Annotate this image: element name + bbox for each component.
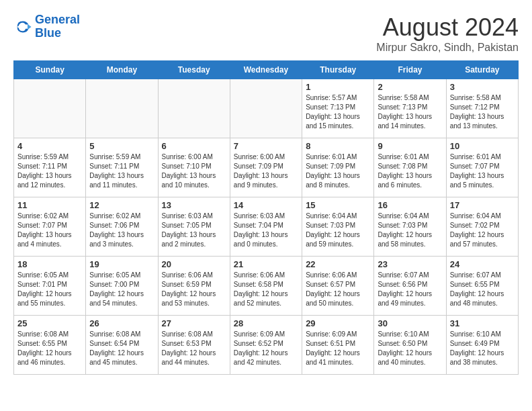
day-number: 24 [450,259,515,269]
day-number: 31 [450,318,515,328]
calendar-cell: 6Sunrise: 6:00 AM Sunset: 7:10 PM Daylig… [158,138,230,197]
calendar-cell: 24Sunrise: 6:07 AM Sunset: 6:55 PM Dayli… [446,257,518,316]
calendar-cell: 29Sunrise: 6:09 AM Sunset: 6:51 PM Dayli… [302,316,374,375]
day-info: Sunrise: 5:59 AM Sunset: 7:11 PM Dayligh… [89,152,154,190]
logo: General Blue [13,13,80,40]
day-info: Sunrise: 6:02 AM Sunset: 7:07 PM Dayligh… [17,212,82,249]
day-number: 4 [17,141,82,151]
day-number: 28 [234,318,298,328]
day-number: 30 [378,318,442,328]
day-number: 18 [17,259,82,269]
logo-icon [13,17,32,36]
svg-marker-0 [28,24,32,30]
calendar-cell [14,79,86,138]
day-number: 14 [234,200,298,210]
weekday-header-monday: Monday [86,61,158,79]
day-info: Sunrise: 6:06 AM Sunset: 6:58 PM Dayligh… [234,271,298,308]
day-info: Sunrise: 6:08 AM Sunset: 6:55 PM Dayligh… [17,330,82,367]
calendar-cell: 28Sunrise: 6:09 AM Sunset: 6:52 PM Dayli… [230,316,302,375]
day-number: 5 [89,141,154,151]
day-info: Sunrise: 5:58 AM Sunset: 7:12 PM Dayligh… [450,93,515,131]
calendar-cell: 18Sunrise: 6:05 AM Sunset: 7:01 PM Dayli… [14,257,86,316]
day-info: Sunrise: 6:10 AM Sunset: 6:49 PM Dayligh… [450,330,515,367]
calendar-cell: 12Sunrise: 6:02 AM Sunset: 7:06 PM Dayli… [86,197,158,257]
day-info: Sunrise: 6:03 AM Sunset: 7:04 PM Dayligh… [234,212,298,249]
calendar-subtitle: Mirpur Sakro, Sindh, Pakistan [376,42,519,54]
logo-line1: General [35,13,80,26]
calendar-cell: 8Sunrise: 6:01 AM Sunset: 7:09 PM Daylig… [302,138,374,197]
day-number: 29 [306,318,370,328]
day-info: Sunrise: 6:09 AM Sunset: 6:52 PM Dayligh… [234,330,298,367]
weekday-header-row: SundayMondayTuesdayWednesdayThursdayFrid… [14,61,519,79]
logo-text: General Blue [35,13,80,40]
day-info: Sunrise: 6:03 AM Sunset: 7:05 PM Dayligh… [162,212,226,249]
day-number: 15 [306,200,370,210]
weekday-header-saturday: Saturday [446,61,518,79]
calendar-cell: 19Sunrise: 6:05 AM Sunset: 7:00 PM Dayli… [86,257,158,316]
weekday-header-thursday: Thursday [302,61,374,79]
calendar-cell [86,79,158,138]
day-number: 6 [162,141,226,151]
calendar-cell: 5Sunrise: 5:59 AM Sunset: 7:11 PM Daylig… [86,138,158,197]
day-number: 20 [162,259,226,269]
weekday-header-friday: Friday [374,61,446,79]
day-info: Sunrise: 6:08 AM Sunset: 6:53 PM Dayligh… [162,330,226,367]
day-info: Sunrise: 6:09 AM Sunset: 6:51 PM Dayligh… [306,330,370,367]
day-number: 9 [378,141,442,151]
day-number: 17 [450,200,515,210]
day-info: Sunrise: 5:58 AM Sunset: 7:13 PM Dayligh… [378,93,442,131]
calendar-title: August 2024 [376,13,519,42]
calendar-cell: 22Sunrise: 6:06 AM Sunset: 6:57 PM Dayli… [302,257,374,316]
day-info: Sunrise: 5:59 AM Sunset: 7:11 PM Dayligh… [17,152,82,190]
day-info: Sunrise: 6:01 AM Sunset: 7:08 PM Dayligh… [378,152,442,190]
day-number: 19 [89,259,154,269]
day-info: Sunrise: 5:57 AM Sunset: 7:13 PM Dayligh… [306,93,370,131]
day-number: 3 [450,82,515,92]
day-info: Sunrise: 6:00 AM Sunset: 7:09 PM Dayligh… [234,152,298,190]
calendar-cell: 21Sunrise: 6:06 AM Sunset: 6:58 PM Dayli… [230,257,302,316]
day-info: Sunrise: 6:08 AM Sunset: 6:54 PM Dayligh… [89,330,154,367]
calendar-cell: 20Sunrise: 6:06 AM Sunset: 6:59 PM Dayli… [158,257,230,316]
day-number: 16 [378,200,442,210]
calendar-cell: 27Sunrise: 6:08 AM Sunset: 6:53 PM Dayli… [158,316,230,375]
title-block: August 2024 Mirpur Sakro, Sindh, Pakista… [376,13,519,54]
calendar-table: SundayMondayTuesdayWednesdayThursdayFrid… [13,60,519,375]
calendar-cell: 10Sunrise: 6:01 AM Sunset: 7:07 PM Dayli… [446,138,518,197]
calendar-cell: 15Sunrise: 6:04 AM Sunset: 7:03 PM Dayli… [302,197,374,257]
calendar-week-5: 25Sunrise: 6:08 AM Sunset: 6:55 PM Dayli… [14,316,519,375]
calendar-cell: 31Sunrise: 6:10 AM Sunset: 6:49 PM Dayli… [446,316,518,375]
day-number: 12 [89,200,154,210]
day-info: Sunrise: 6:05 AM Sunset: 7:01 PM Dayligh… [17,271,82,308]
day-info: Sunrise: 6:07 AM Sunset: 6:56 PM Dayligh… [378,271,442,308]
day-number: 13 [162,200,226,210]
weekday-header-tuesday: Tuesday [158,61,230,79]
logo-line2: Blue [35,26,61,40]
day-number: 21 [234,259,298,269]
day-info: Sunrise: 6:01 AM Sunset: 7:09 PM Dayligh… [306,152,370,190]
calendar-cell: 11Sunrise: 6:02 AM Sunset: 7:07 PM Dayli… [14,197,86,257]
day-info: Sunrise: 6:02 AM Sunset: 7:06 PM Dayligh… [89,212,154,249]
calendar-cell: 1Sunrise: 5:57 AM Sunset: 7:13 PM Daylig… [302,79,374,138]
day-info: Sunrise: 6:05 AM Sunset: 7:00 PM Dayligh… [89,271,154,308]
calendar-week-1: 1Sunrise: 5:57 AM Sunset: 7:13 PM Daylig… [14,79,519,138]
calendar-cell: 16Sunrise: 6:04 AM Sunset: 7:03 PM Dayli… [374,197,446,257]
day-number: 25 [17,318,82,328]
calendar-cell: 25Sunrise: 6:08 AM Sunset: 6:55 PM Dayli… [14,316,86,375]
calendar-cell [158,79,230,138]
day-number: 8 [306,141,370,151]
calendar-cell: 7Sunrise: 6:00 AM Sunset: 7:09 PM Daylig… [230,138,302,197]
calendar-cell: 26Sunrise: 6:08 AM Sunset: 6:54 PM Dayli… [86,316,158,375]
calendar-cell [230,79,302,138]
day-info: Sunrise: 6:04 AM Sunset: 7:03 PM Dayligh… [378,212,442,249]
calendar-cell: 17Sunrise: 6:04 AM Sunset: 7:02 PM Dayli… [446,197,518,257]
day-number: 1 [306,82,370,92]
calendar-cell: 30Sunrise: 6:10 AM Sunset: 6:50 PM Dayli… [374,316,446,375]
page-header: General Blue August 2024 Mirpur Sakro, S… [13,13,519,54]
day-number: 26 [89,318,154,328]
weekday-header-wednesday: Wednesday [230,61,302,79]
day-info: Sunrise: 6:06 AM Sunset: 6:57 PM Dayligh… [306,271,370,308]
day-number: 2 [378,82,442,92]
day-info: Sunrise: 6:04 AM Sunset: 7:02 PM Dayligh… [450,212,515,249]
day-number: 27 [162,318,226,328]
day-info: Sunrise: 6:10 AM Sunset: 6:50 PM Dayligh… [378,330,442,367]
